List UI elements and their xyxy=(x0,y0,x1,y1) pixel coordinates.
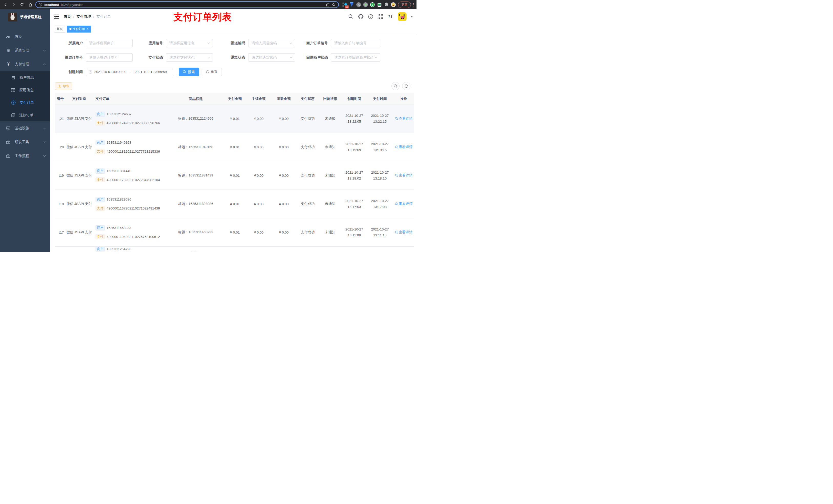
view-detail-link[interactable]: 查看详情 xyxy=(395,173,413,178)
export-button[interactable]: 导出 xyxy=(55,82,72,90)
refund-status-select[interactable]: 请选择退款状态 xyxy=(248,53,295,62)
cell-action: 查看详情 xyxy=(393,230,415,235)
document-copy-icon xyxy=(11,113,15,117)
github-icon[interactable] xyxy=(358,14,363,20)
extension-record-icon[interactable] xyxy=(363,2,368,7)
table-row: 118 微信 JSAPI 支付 商户 1635311823086 支付 4200… xyxy=(55,190,414,218)
breadcrumb-current: 支付订单 xyxy=(97,14,111,19)
chevron-down-icon xyxy=(208,42,210,44)
url-host: localhost xyxy=(44,3,59,7)
create-time-range-picker[interactable]: 2021-10-01 00:00:00 - 2021-10-31 23:59:5… xyxy=(86,68,174,76)
view-detail-link[interactable]: 查看详情 xyxy=(395,201,413,206)
fullscreen-icon[interactable] xyxy=(378,14,383,20)
sidebar-item-pay-order[interactable]: ¥ 支付订单 xyxy=(0,96,50,109)
cell-refund: ¥ 0.00 xyxy=(271,202,296,206)
reset-button[interactable]: 重置 xyxy=(201,68,222,76)
profile-avatar-icon[interactable] xyxy=(391,2,396,7)
logo-title: 芋道管理系统 xyxy=(20,15,42,20)
avatar-caret-icon[interactable] xyxy=(411,16,413,17)
sidebar-item-app-info[interactable]: 应用信息 xyxy=(0,84,50,96)
header-search-icon[interactable] xyxy=(348,14,354,20)
pay-tag: 支付 xyxy=(96,177,105,182)
sidebar-item-infrastructure[interactable]: 基础设施 xyxy=(0,121,50,135)
tab-close-icon[interactable]: × xyxy=(87,27,89,31)
pay-status-select[interactable]: 请选择支付状态 xyxy=(166,53,213,62)
cell-pay-order: 商户 1635311881440 支付 42000011732021102728… xyxy=(95,169,168,182)
yen-circle-icon: ¥ xyxy=(11,100,16,105)
merchant-tag: 商户 xyxy=(96,225,105,230)
extension-kite-icon[interactable] xyxy=(349,2,354,7)
toggle-search-button[interactable] xyxy=(391,82,400,90)
date-start: 2021-10-01 00:00:00 xyxy=(94,70,126,74)
refresh-table-button[interactable] xyxy=(402,82,410,90)
cell-pay-order: 商户 1635311823086 支付 42000011672021102710… xyxy=(95,197,168,211)
chevron-down-icon xyxy=(43,140,46,143)
filter-channel-order-no: 渠道订单号 请输入渠道订单号 xyxy=(55,53,133,62)
search-icon xyxy=(395,231,398,234)
pay-order-no: 4200001194202110276752100612 xyxy=(106,235,160,239)
user-avatar[interactable] xyxy=(398,12,406,21)
sidebar-item-system[interactable]: ⚙ 系统管理 xyxy=(0,44,50,57)
extension-blocks-icon[interactable]: 10 xyxy=(342,2,347,7)
sidebar-item-workflow[interactable]: 工作流程 xyxy=(0,149,50,163)
view-detail-link[interactable]: 查看详情 xyxy=(395,116,413,121)
table-body: 121 微信 JSAPI 支付 商户 1635312124657 支付 4200… xyxy=(55,104,414,247)
sidebar-item-home[interactable]: 首页 xyxy=(0,30,50,44)
tab-home[interactable]: 首页 xyxy=(54,26,65,32)
sidebar-item-payment[interactable]: ¥ 支付管理 xyxy=(0,57,50,71)
search-button[interactable]: 搜索 xyxy=(179,68,199,76)
back-icon[interactable] xyxy=(3,2,9,8)
site-info-icon[interactable] xyxy=(39,3,42,7)
sidebar-item-dev-tools[interactable]: 研发工具 xyxy=(0,135,50,149)
pay-tag: 支付 xyxy=(96,234,105,239)
view-detail-link[interactable]: 查看详情 xyxy=(395,230,413,235)
merchant-input[interactable]: 请选择所属商户 xyxy=(86,39,133,47)
active-dot xyxy=(69,28,71,30)
font-size-icon[interactable]: TT xyxy=(388,14,394,20)
table-row: 商户 1635311254796 支付 标题： 查看详情 xyxy=(55,247,414,252)
cell-channel: 微信 JSAPI 支付 xyxy=(64,230,95,235)
cell-pay-status: 支付成功 xyxy=(296,201,319,206)
table-row: 119 微信 JSAPI 支付 商户 1635311881440 支付 4200… xyxy=(55,161,414,190)
content-area: 所属商户 请选择所属商户 应用编号 请选择应用信息 渠道编码 请输入渠道编码 xyxy=(50,34,416,252)
logo[interactable]: 芋道管理系统 xyxy=(0,9,50,25)
cell-channel: 微信 JSAPI 支付 xyxy=(64,201,95,206)
share-icon[interactable] xyxy=(326,3,330,7)
reload-icon[interactable] xyxy=(19,2,25,8)
cell-amount: ¥ 0.01 xyxy=(223,174,246,177)
svg-text:?: ? xyxy=(370,15,372,18)
view-detail-link[interactable]: 查看详情 xyxy=(395,145,413,149)
notify-status-select[interactable]: 请选择订单回调商户状态 xyxy=(331,53,380,62)
chrome-update-button[interactable]: 更新 xyxy=(398,2,411,8)
sidebar-fold-icon[interactable] xyxy=(54,14,60,20)
channel-code-select[interactable]: 请输入渠道编码 xyxy=(248,39,295,47)
browser-menu-icon[interactable] xyxy=(413,3,414,6)
cell-pay-time: 2021-10-27 13:11:15 xyxy=(367,227,393,237)
home-icon[interactable] xyxy=(27,2,33,8)
address-bar[interactable]: localhost :1024/pay/order xyxy=(35,1,339,8)
cell-action: 查看详情 xyxy=(393,145,415,149)
svg-text:¥: ¥ xyxy=(13,101,14,104)
forward-icon[interactable] xyxy=(11,2,17,8)
bookmark-star-icon[interactable] xyxy=(332,3,336,7)
tab-pay-order[interactable]: 支付订单 × xyxy=(67,26,91,32)
extension-chat-icon[interactable] xyxy=(377,2,382,7)
merchant-tag: 商户 xyxy=(96,169,105,173)
download-icon xyxy=(58,85,61,88)
extension-y-icon[interactable]: y xyxy=(370,2,375,7)
clock-icon xyxy=(89,70,92,74)
filter-pay-status: 支付状态 请选择支付状态 xyxy=(133,53,213,62)
cell-pay-status: 支付成功 xyxy=(296,173,319,178)
extension-command-icon[interactable]: ⌘ xyxy=(356,2,361,7)
breadcrumb-home[interactable]: 首页 xyxy=(64,14,71,19)
channel-order-no-input[interactable]: 请输入渠道订单号 xyxy=(86,53,133,62)
app-select[interactable]: 请选择应用信息 xyxy=(166,39,213,47)
merchant-tag: 商户 xyxy=(96,112,105,117)
merchant-order-no-input[interactable]: 请输入商户订单编号 xyxy=(331,39,380,47)
filter-refund-status: 退款状态 请选择退款状态 xyxy=(213,53,295,62)
sidebar-item-merchant-info[interactable]: 商户信息 xyxy=(0,71,50,84)
help-icon[interactable]: ? xyxy=(368,14,374,20)
briefcase-icon xyxy=(6,154,11,158)
sidebar-item-refund-order[interactable]: 退款订单 xyxy=(0,109,50,121)
extensions-puzzle-icon[interactable] xyxy=(384,2,388,7)
